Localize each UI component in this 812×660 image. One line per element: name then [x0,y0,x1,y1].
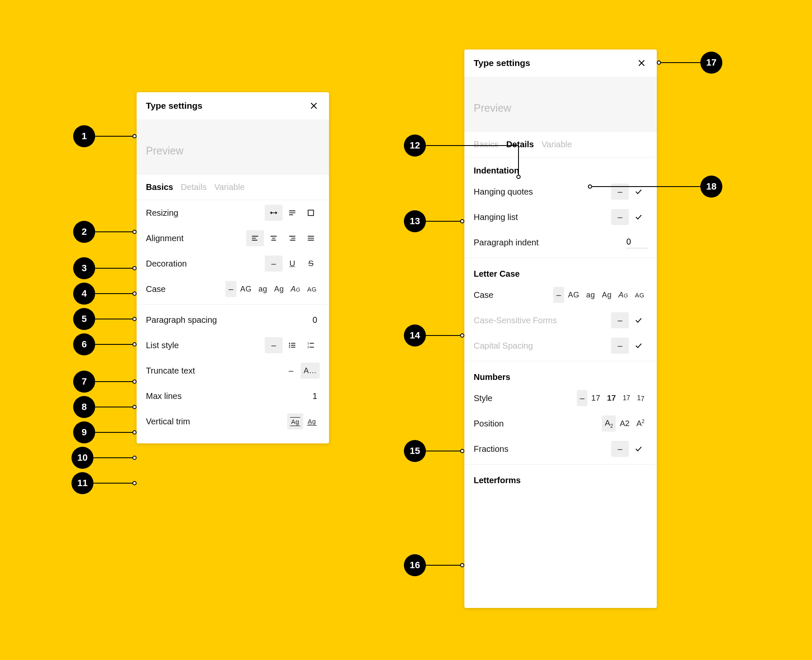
fractions-off-button[interactable]: – [611,441,629,457]
close-button[interactable] [636,57,647,69]
case-sensitive-forms-label: Case-Sensitive Forms [474,316,557,325]
numbers-title: Numbers [474,364,647,385]
case-smallcaps-button[interactable]: AG [615,287,631,303]
callout-number: 6 [73,333,95,355]
resizing-fixed-button[interactable] [302,205,320,221]
row-alignment: Alignment [146,226,320,251]
callout-6: 6 [73,333,137,355]
hanging-list-on-button[interactable] [630,209,647,225]
close-icon [637,58,646,68]
csf-off-button[interactable]: – [611,312,629,328]
paragraph-spacing-value[interactable]: 0 [313,315,320,325]
callout-14: 14 [404,324,464,346]
case-lowercase-button[interactable]: ag [583,287,598,303]
callout-dot [132,456,137,460]
case-lowercase-button[interactable]: ag [255,281,270,297]
align-center-button[interactable] [265,230,283,246]
trim-cap-button[interactable]: Ag [304,413,320,429]
resizing-label: Resizing [146,208,178,218]
type-settings-panel-basics: Type settings Preview Basics Details Var… [137,92,329,443]
svg-text:1: 1 [307,341,309,345]
truncate-ellipsis-button[interactable]: A… [301,363,320,379]
callout-7: 7 [73,371,137,393]
truncate-none-button[interactable]: – [282,363,300,379]
case-uppercase-button[interactable]: AG [237,281,255,297]
case-none-button[interactable]: – [553,287,564,303]
callout-number: 15 [404,440,426,462]
tab-basics[interactable]: Basics [146,182,173,192]
position-subscript-button[interactable]: A2 [602,415,616,432]
resizing-auto-width-button[interactable] [265,205,283,221]
callout-number: 4 [73,283,95,305]
resizing-auto-height-button[interactable] [283,205,301,221]
decoration-underline-button[interactable]: U [283,256,301,272]
case-allsmallcaps-button[interactable]: AG [632,287,647,303]
callout-number: 9 [73,421,95,443]
fractions-label: Fractions [474,444,508,454]
list-none-button[interactable]: – [265,337,283,353]
vertical-trim-label: Vertical trim [146,417,190,426]
numstyle-2-button[interactable]: 17 [604,390,619,406]
row-decoration: Decoration – U S [146,251,320,276]
case-controls: – AG ag Ag AG AG [225,281,320,297]
max-lines-value[interactable]: 1 [313,391,320,401]
callout-line [426,145,519,146]
capspace-off-button[interactable]: – [611,338,629,354]
fractions-on-button[interactable] [630,441,647,457]
tab-variable[interactable]: Variable [542,140,572,149]
callout-11: 11 [71,472,137,494]
row-max-lines: Max lines 1 [146,383,320,409]
case-forced-smallcaps-button[interactable]: AG [304,281,320,297]
numstyle-4-button[interactable]: 17 [634,390,647,406]
callout-13: 13 [404,210,464,232]
capital-spacing-label: Capital Spacing [474,341,533,351]
position-superscript-button[interactable]: A2 [634,415,647,432]
decoration-none-button[interactable]: – [265,256,283,272]
close-button[interactable] [308,100,320,112]
callout-number: 7 [73,371,95,393]
check-icon [634,341,643,350]
callout-dot [132,266,137,270]
case-smallcaps-button[interactable]: AG [288,281,303,297]
case-titlecase-button[interactable]: Ag [599,287,614,303]
tab-details[interactable]: Details [181,182,207,192]
row-number-position: Position A2 A2 A2 [474,411,647,436]
case-uppercase-button[interactable]: AG [565,287,582,303]
numstyle-1-button[interactable]: 17 [588,390,603,406]
row-paragraph-indent: Paragraph indent 0 [474,230,647,255]
callout-17: 17 [657,52,722,74]
align-right-button[interactable] [283,230,301,246]
callout-line [93,457,132,458]
callout-number: 10 [71,447,93,469]
list-bullet-button[interactable] [283,337,301,353]
list-numbered-button[interactable]: 12 [302,337,320,353]
number-style-controls: – 17 17 17 17 [577,390,647,406]
number-position-controls: A2 A2 A2 [602,415,647,432]
row-list-style: List style – 12 [146,333,320,358]
truncate-text-label: Truncate text [146,366,195,376]
align-left-button[interactable] [246,230,264,246]
hanging-list-controls: – [611,209,647,225]
decoration-label: Decoration [146,259,187,269]
capspace-on-button[interactable] [630,338,647,354]
numstyle-3-button[interactable]: 17 [620,390,633,406]
ellipsis-icon: A… [304,366,317,375]
callout-1: 1 [73,125,137,147]
tab-variable[interactable]: Variable [214,182,245,192]
letter-case-section: Letter Case Case – AG ag Ag AG AG Case-S… [464,261,657,358]
num17-bold-icon: 17 [607,393,616,403]
csf-on-button[interactable] [630,312,647,328]
panel-title: Type settings [146,101,203,111]
preview-area: Preview [137,119,329,175]
paragraph-indent-input[interactable]: 0 [626,237,647,248]
case-titlecase-button[interactable]: Ag [271,281,287,297]
align-justify-button[interactable] [302,230,320,246]
case-none-button[interactable]: – [225,281,236,297]
position-normal-button[interactable]: A2 [617,415,632,432]
trim-standard-button[interactable]: Ag [287,413,303,429]
numstyle-none-button[interactable]: – [577,390,587,406]
hanging-list-off-button[interactable]: – [611,209,629,225]
decoration-strikethrough-button[interactable]: S [302,256,320,272]
number-style-label: Style [474,393,492,403]
row-resizing: Resizing [146,200,320,226]
